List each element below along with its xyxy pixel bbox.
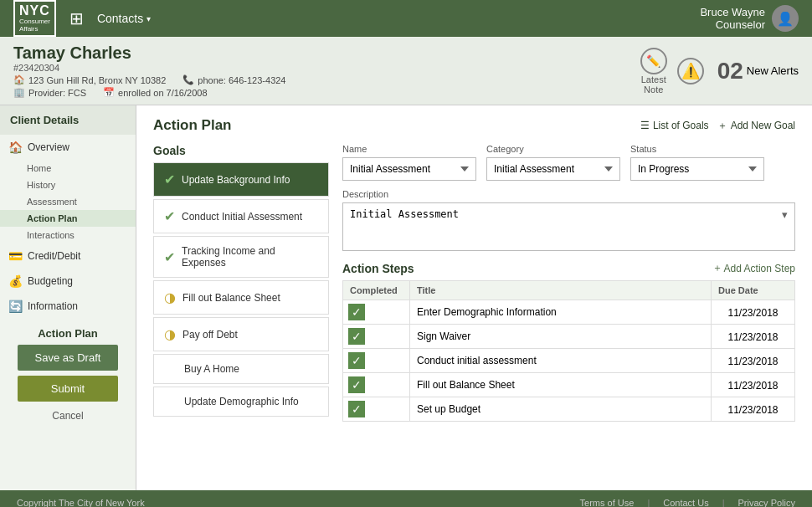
step-checkbox[interactable]: ✓ [348,328,365,345]
goals-list: Goals ✔Update Background Info✔Conduct In… [153,144,329,422]
checkmark-icon: ✓ [352,330,362,343]
sidebar-item-credit-debit[interactable]: 💳 Credit/Debit [0,243,136,269]
sidebar-sub-interactions[interactable]: Interactions [0,227,136,243]
client-provider: 🏢 Provider: FCS [13,87,86,98]
col-title: Title [410,281,712,300]
note-icon: ✏️ [640,48,667,74]
client-enrolled: 📅 enrolled on 7/16/2008 [103,87,207,98]
step-checkbox[interactable]: ✓ [348,401,365,417]
checkmark-icon: ✓ [352,378,362,392]
client-header-icons: ✏️ Latest Note ⚠️ 02 New Alerts [640,48,799,95]
goals-label: Goals [153,144,329,157]
sidebar-action-plan-title: Action Plan [0,319,136,345]
information-icon: 🔄 [8,300,23,313]
goal-item[interactable]: ◑Fill out Balance Sheet [153,280,329,315]
cancel-button[interactable]: Cancel [0,407,136,425]
user-info: Bruce Wayne Counselor 👤 [700,5,799,32]
client-address: 🏠 123 Gun Hill Rd, Bronx NY 10382 [13,74,166,85]
status-select[interactable]: In Progress [630,157,764,181]
col-completed: Completed [343,281,410,300]
add-action-step-button[interactable]: ＋ Add Action Step [712,261,795,275]
latest-note[interactable]: ✏️ Latest Note [640,48,667,95]
action-steps-table: Completed Title Due Date ✓ [342,280,795,422]
sidebar-sub-history[interactable]: History [0,177,136,193]
checkmark-icon: ✓ [352,305,362,319]
sidebar-sub-assessment[interactable]: Assessment [0,193,136,210]
save-draft-button[interactable]: Save as Draft [18,345,118,371]
step-title-input[interactable] [415,353,706,368]
phone-icon: 📞 [182,74,194,85]
contact-link[interactable]: Contact Us [663,498,708,507]
sidebar-sub-action-plan[interactable]: Action Plan [0,210,136,227]
sidebar-item-overview[interactable]: 🏠 Overview [0,135,136,160]
footer-copyright: Copyright The City of New York [17,498,145,507]
overview-icon: 🏠 [8,141,23,154]
budgeting-icon: 💰 [8,274,23,288]
plus-icon-step: ＋ [712,261,722,275]
checkmark-icon: ✓ [352,402,362,416]
goal-label: Tracking Income and Expenses [182,245,318,269]
table-row: ✓ [343,349,795,373]
half-check-icon: ◑ [164,289,176,305]
form-group-status: Status In Progress [630,144,764,181]
table-row: ✓ [343,397,795,422]
step-date-input[interactable] [720,331,787,343]
goal-label: Fill out Balance Sheet [182,292,280,304]
name-select[interactable]: Initial Assessment [342,157,476,181]
step-checkbox[interactable]: ✓ [348,304,365,320]
list-goals-button[interactable]: ☰ List of Goals [640,120,709,131]
home-icon: 🏠 [13,74,25,85]
goal-item[interactable]: Update Demographic Info [153,387,329,417]
step-date-input[interactable] [720,380,787,392]
step-checkbox[interactable]: ✓ [348,352,365,369]
goal-item[interactable]: ◑Pay off Debt [153,317,329,351]
list-icon: ☰ [640,120,650,131]
goal-item[interactable]: ✔Tracking Income and Expenses [153,236,329,278]
contacts-nav[interactable]: Contacts ▾ [97,12,151,25]
add-goal-button[interactable]: ＋ Add New Goal [717,119,795,133]
sidebar-item-budgeting[interactable]: 💰 Budgeting [0,269,136,294]
checkmark-icon: ✓ [352,354,362,367]
action-steps-header: Action Steps ＋ Add Action Step [342,261,795,275]
goal-label: Update Demographic Info [184,396,299,407]
credit-icon: 💳 [8,249,23,263]
sidebar-section-title: Client Details [0,105,136,135]
step-date-input[interactable] [720,356,787,367]
plus-icon: ＋ [717,119,727,133]
step-date-input[interactable] [720,404,787,416]
contacts-chevron-icon: ▾ [146,14,151,23]
goal-label: Update Background Info [182,174,290,186]
privacy-link[interactable]: Privacy Policy [738,498,795,507]
step-title-input[interactable] [415,377,706,392]
goal-item[interactable]: ✔Update Background Info [153,162,329,197]
half-check-icon: ◑ [164,326,176,342]
step-title-input[interactable] [415,305,706,320]
sidebar: Client Details 🏠 Overview Home History A… [0,105,136,490]
goal-item[interactable]: Buy A Home [153,354,329,384]
page-title: Action Plan [153,117,232,134]
goal-label: Conduct Initial Assessment [182,211,302,223]
client-info: Tamay Charles #23420304 🏠 123 Gun Hill R… [13,44,286,98]
description-textarea[interactable]: Initial Assessment [343,203,775,250]
description-textarea-wrapper: Initial Assessment ▾ [342,202,795,251]
goal-label: Buy A Home [184,363,239,375]
grid-icon[interactable]: ⊞ [69,8,84,28]
step-checkbox[interactable]: ✓ [348,376,365,393]
sidebar-item-information[interactable]: 🔄 Information [0,294,136,319]
sidebar-sub-home[interactable]: Home [0,160,136,177]
check-icon: ✔ [164,208,175,224]
submit-button[interactable]: Submit [18,376,118,402]
alert-info: 02 New Alerts [714,58,799,84]
step-title-input[interactable] [415,402,706,417]
terms-link[interactable]: Terms of Use [580,498,635,507]
avatar[interactable]: 👤 [772,5,799,32]
step-title-input[interactable] [415,329,706,344]
table-row: ✓ [343,373,795,397]
step-date-input[interactable] [720,307,787,319]
check-icon: ✔ [164,249,175,265]
category-label: Category [486,144,620,154]
category-select[interactable]: Initial Assessment [486,157,620,181]
content-area: Action Plan ☰ List of Goals ＋ Add New Go… [136,105,812,490]
goal-item[interactable]: ✔Conduct Initial Assessment [153,199,329,233]
goal-label: Pay off Debt [182,329,238,341]
